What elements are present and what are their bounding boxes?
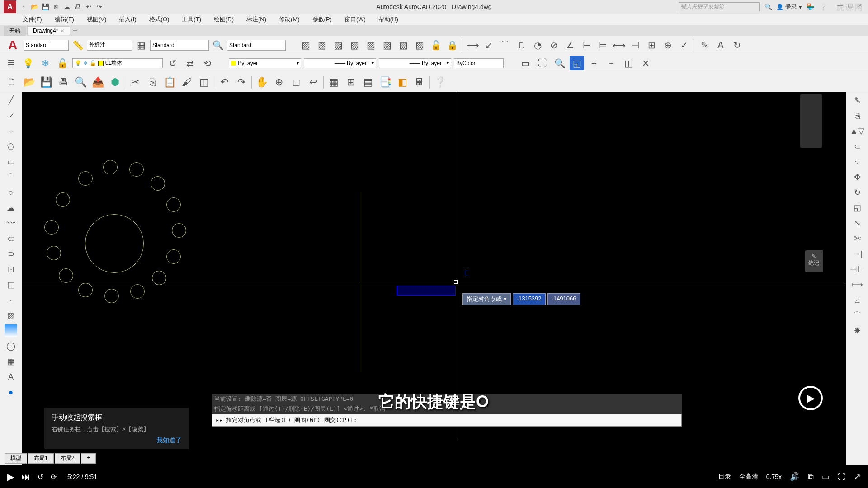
ellipse-icon[interactable]: ⬭ [5,232,17,245]
layer-lock-icon[interactable]: 🔓 [55,56,70,70]
pip-icon[interactable]: ⧉ [808,472,814,482]
make-current-icon[interactable]: ↺ [165,56,180,70]
trim-icon[interactable]: ✄ [851,232,863,245]
break-icon[interactable]: ⊣⊢ [851,263,863,276]
drawing-canvas[interactable]: 指定对角点或 ▾ -1315392 -1491066 ✎笔记 手动收起搜索框 右… [22,92,845,439]
inspect-icon[interactable]: ✓ [677,38,691,52]
join-icon[interactable]: ⟼ [851,278,863,291]
insert-block-icon[interactable]: ⊡ [5,263,17,276]
zoom-out-icon[interactable]: － [604,56,618,70]
toolbar-icon[interactable]: ▨ [380,38,394,52]
search-icon[interactable]: 🔍 [764,2,773,11]
mleader-style-icon[interactable]: 🔍 [211,38,225,52]
layer-freeze-icon[interactable]: ❄ [38,56,52,70]
tab-new-icon[interactable]: + [73,27,77,35]
zoom-all-icon[interactable]: ◫ [621,56,636,70]
web-icon[interactable]: ☁ [62,2,71,11]
zoom-window-icon[interactable]: ▭ [518,56,533,70]
3d-icon[interactable]: ⬢ [107,74,123,90]
ellipse-arc-icon[interactable]: ⊃ [5,248,17,260]
rectangle-icon[interactable]: ▭ [5,155,17,168]
dim-continue-icon[interactable]: ⊨ [595,38,610,52]
color-dropdown[interactable]: ByLayer [229,58,301,68]
login-button[interactable]: 👤 登录 ▾ [776,3,802,11]
design-center-icon[interactable]: ⊞ [343,74,359,90]
mtext-icon[interactable]: A [5,371,17,383]
replay-icon[interactable]: ↺ [38,473,43,481]
exchange-icon[interactable]: 🏪 [806,2,815,11]
menu-insert[interactable]: 插入(I) [119,15,136,23]
move-icon[interactable]: ✥ [851,171,863,183]
volume-icon[interactable]: 🔊 [790,472,800,482]
save-file-icon[interactable]: 💾 [38,74,54,90]
zoom-scale-icon[interactable]: ✕ [638,56,653,70]
revcloud-icon[interactable]: ☁ [5,202,17,214]
fullscreen-icon[interactable]: ⤢ [854,472,861,482]
command-input[interactable]: ▸▸ 指定对角点或 [栏选(F) 圈围(WP) 圈交(CP)]: [212,414,682,427]
extend-icon[interactable]: →| [851,248,863,260]
app-icon[interactable]: A [4,0,16,13]
redo-icon[interactable]: ↷ [233,74,250,90]
dim-aligned-icon[interactable]: ⤢ [481,38,496,52]
markup-icon[interactable]: ◧ [394,74,410,90]
help-search-input[interactable]: 键入关键字或短语 [679,2,760,11]
dim-arc-icon[interactable]: ⌒ [498,38,512,52]
layer-dropdown[interactable]: 💡❄🔓 01墙体 [72,58,163,68]
tab-close-icon[interactable]: ✕ [61,28,64,33]
make-block-icon[interactable]: ◫ [5,278,17,291]
menu-format[interactable]: 格式(O) [149,15,170,23]
open-file-icon[interactable]: 📂 [21,74,37,90]
new-icon[interactable]: ▫ [19,2,28,11]
toolbar-icon[interactable]: ▨ [396,38,410,52]
toolbar-icon[interactable]: ▨ [315,38,329,52]
fillet-icon[interactable]: ⌒ [851,309,863,322]
preview-icon[interactable]: 🔍 [72,74,89,90]
dim-edit-icon[interactable]: ✎ [697,38,712,52]
menu-window[interactable]: 窗口(W) [344,15,366,23]
view-cube[interactable] [800,94,822,148]
layer-on-icon[interactable]: 💡 [21,56,35,70]
hatch-icon[interactable]: ▨ [5,309,17,322]
rotate-icon[interactable]: ↻ [851,186,863,199]
layer-match-icon[interactable]: ⇄ [183,56,197,70]
toolbar-icon[interactable]: ▨ [412,38,427,52]
paste-icon[interactable]: 📋 [161,74,178,90]
spline-icon[interactable]: 〰 [5,217,17,230]
tab-add-layout[interactable]: + [81,453,96,464]
dynamic-x-input[interactable]: -1315392 [513,293,546,305]
dim-linear-icon[interactable]: ⟼ [465,38,480,52]
undo-icon[interactable]: ↶ [84,2,93,11]
copy-obj-icon[interactable]: ⎘ [851,109,863,122]
menu-file[interactable]: 文件(F) [23,15,42,23]
dim-radius-icon[interactable]: ◔ [530,38,545,52]
linetype-dropdown[interactable]: —— ByLayer [379,58,451,68]
help-std-icon[interactable]: ❔ [432,74,448,90]
mleader-style-dropdown[interactable]: Standard [227,40,286,51]
pan-icon[interactable]: ✋ [254,74,270,90]
dim-diameter-icon[interactable]: ⊘ [547,38,561,52]
polygon-icon[interactable]: ⬠ [5,140,17,153]
toolbar-icon[interactable]: ▨ [331,38,345,52]
table-style-icon[interactable]: ▦ [134,38,148,52]
plot-icon[interactable]: 🖶 [73,2,82,11]
addselected-icon[interactable]: ● [5,386,17,399]
help-icon[interactable]: ❔ [818,2,827,11]
sheet-set-icon[interactable]: 📑 [377,74,393,90]
calculator-icon[interactable]: 🖩 [411,74,428,90]
polyline-icon[interactable]: ⎓ [5,125,17,137]
cut-icon[interactable]: ✂ [127,74,143,90]
block-icon[interactable]: ◫ [196,74,212,90]
loop-icon[interactable]: ⟳ [51,473,57,481]
dim-style-dropdown[interactable]: 外标注 [87,40,132,51]
point-icon[interactable]: · [5,294,17,306]
menu-parametric[interactable]: 参数(P) [312,15,332,23]
zoom-in-icon[interactable]: ＋ [587,56,601,70]
table-style-dropdown[interactable]: Standard [150,40,209,51]
save-icon[interactable]: 💾 [41,2,50,11]
dim-style-icon[interactable]: 📏 [71,38,85,52]
play-next-button[interactable]: ▶ [798,386,823,410]
zoom-realtime-icon[interactable]: 🔍 [552,56,567,70]
plotstyle-dropdown[interactable]: ByColor [454,58,504,68]
toolbar-icon[interactable]: 🔓 [429,38,443,52]
zoom-prev-icon[interactable]: ↩ [305,74,321,90]
